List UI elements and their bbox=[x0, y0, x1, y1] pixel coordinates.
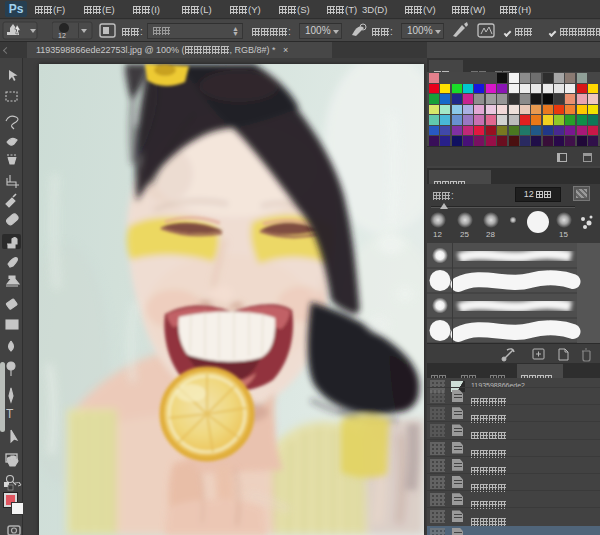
svg-text:12: 12 bbox=[58, 32, 66, 39]
svg-text:12: 12 bbox=[433, 230, 442, 239]
svg-text:15: 15 bbox=[559, 230, 568, 239]
svg-text:25: 25 bbox=[460, 230, 469, 239]
svg-text:28: 28 bbox=[486, 230, 495, 239]
svg-text:T: T bbox=[6, 407, 14, 421]
